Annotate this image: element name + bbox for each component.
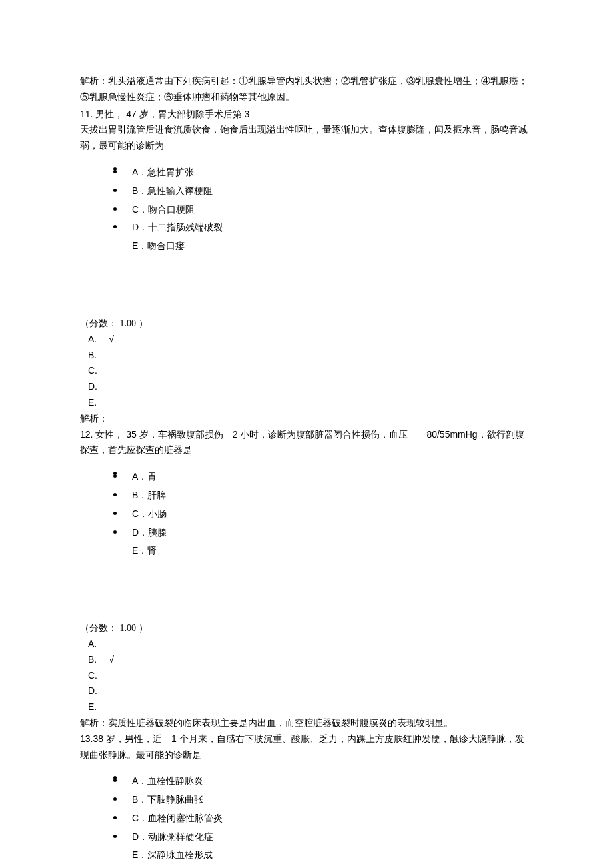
q12-answer-e: E. [80, 699, 533, 715]
q11-stem-line2: 天拔出胃引流管后进食流质饮食，饱食后出现溢出性呕吐，量逐渐加大。查体腹膨隆，闻及… [80, 122, 533, 154]
q11-options: A．急性胃扩张 B．急性输入襻梗阻 C．吻合口梗阻 D．十二指肠残端破裂 E．吻… [113, 161, 533, 256]
q13-option-e: E．深静脉血栓形成 [113, 846, 533, 865]
q11-stem-line1: 11. 男性， 47 岁，胃大部切除手术后第 3 [80, 107, 533, 123]
q12-answer-c: C. [80, 668, 533, 684]
q12-stem: 12. 女性， 35 岁，车祸致腹部损伤 2 小时，诊断为腹部脏器闭合性损伤，血… [80, 427, 533, 459]
q11-option-a: A．急性胃扩张 [113, 163, 533, 182]
q13-option-c: C．血栓闭塞性脉管炎 [113, 809, 533, 828]
q13-options: A．血栓性静脉炎 B．下肢静脉曲张 C．血栓闭塞性脉管炎 D．动脉粥样硬化症 E… [113, 769, 533, 865]
q13-option-a: A．血栓性静脉炎 [113, 772, 533, 791]
q12-option-d: D．胰腺 [113, 524, 533, 542]
q11-option-c: C．吻合口梗阻 [113, 201, 533, 219]
q12-answer-d: D. [80, 683, 533, 699]
q11-option-d: D．十二指肠残端破裂 [113, 218, 533, 237]
q11-analysis: 解析： [80, 411, 533, 427]
q11-option-b: B．急性输入襻梗阻 [113, 182, 533, 201]
q13-option-d: D．动脉粥样硬化症 [113, 828, 533, 847]
q13-option-b: B．下肢静脉曲张 [113, 791, 533, 809]
q11-option-e: E．吻合口瘘 [113, 237, 533, 256]
q11-answer-a: A.√ [80, 332, 533, 348]
q13-stem: 13.38 岁，男性，近 1 个月来，自感右下肢沉重、酸胀、乏力，内踝上方皮肤红… [80, 731, 533, 763]
q12-option-a: A．胃 [113, 468, 533, 486]
q11-answer-d: D. [80, 379, 533, 395]
check-icon: √ [109, 654, 114, 665]
q12-option-e: E．肾 [113, 542, 533, 560]
check-icon: √ [109, 334, 114, 344]
q11-score-label: （分数： 1.00 ） [80, 316, 533, 332]
analysis-text: 解析：乳头溢液通常由下列疾病引起：①乳腺导管内乳头状瘤；②乳管扩张症，③乳腺囊性… [80, 73, 533, 105]
q12-answer-a: A. [80, 636, 533, 652]
q12-options: A．胃 B．肝脾 C．小肠 D．胰腺 E．肾 [113, 465, 533, 560]
q11-answer-c: C. [80, 363, 533, 379]
q11-answer-b: B. [80, 348, 533, 364]
q11-answer-e: E. [80, 395, 533, 411]
q12-score-label: （分数： 1.00 ） [80, 620, 533, 636]
q12-option-c: C．小肠 [113, 505, 533, 524]
q11-score-block: （分数： 1.00 ） A.√ B. C. D. E. [80, 316, 533, 411]
q12-answer-b: B.√ [80, 652, 533, 668]
q12-analysis: 解析：实质性脏器破裂的临床表现主要是内出血，而空腔脏器破裂时腹膜炎的表现较明显。 [80, 715, 533, 731]
q12-option-b: B．肝脾 [113, 486, 533, 505]
q12-score-block: （分数： 1.00 ） A. B.√ C. D. E. [80, 620, 533, 715]
